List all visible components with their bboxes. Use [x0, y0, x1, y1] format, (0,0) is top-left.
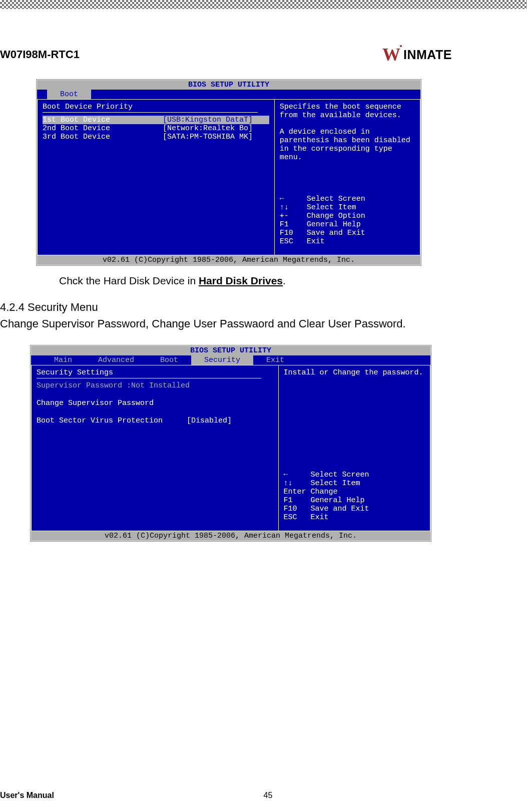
bios-section-title: Security Settings	[37, 368, 273, 377]
bios-left-panel: Security Settings Supervisor Password :N…	[32, 365, 279, 531]
action: Select Screen	[307, 195, 365, 203]
value: [USB:Kingston DataT]	[163, 116, 253, 124]
action: Select Item	[307, 203, 356, 212]
decorative-top-border	[0, 0, 527, 9]
bios-tabs: Main Advanced Boot Security Exit	[31, 355, 430, 365]
value: [Network:Realtek Bo]	[163, 124, 253, 133]
key: ←	[284, 471, 311, 479]
boot-device-row: 3rd Boot Device [SATA:PM-TOSHIBA MK]	[43, 133, 269, 141]
bios-right-panel: Specifies the boot sequence from the ava…	[275, 100, 420, 255]
bios-left-panel: Boot Device Priority 1st Boot Device [US…	[38, 100, 275, 255]
boot-device-row: 1st Boot Device [USB:Kingston DataT]	[43, 116, 269, 124]
key: ↑↓	[284, 479, 311, 488]
page-header: W07I98M-RTC1 W INMATE	[0, 44, 512, 65]
bios-help-keys: ←Select Screen ↑↓Select Item +-Change Op…	[280, 195, 415, 246]
action: Select Screen	[311, 471, 369, 479]
bios-tab-main: Main	[41, 355, 85, 365]
divider	[37, 378, 261, 378]
product-name: W07I98M-RTC1	[0, 48, 80, 61]
page-footer: User's Manual 45	[0, 791, 527, 800]
hard-disk-drives-link: Hard Disk Drives	[199, 275, 283, 286]
label: 3rd Boot Device	[43, 133, 163, 141]
supervisor-password-status: Supervisor Password :Not Installed	[37, 381, 273, 390]
help-desc: Specifies the boot sequence from the ava…	[280, 103, 415, 120]
bios-tabs: Boot	[37, 90, 420, 99]
action: Select Item	[311, 479, 360, 488]
key: ESC	[284, 513, 311, 522]
bios-copyright: v02.61 (C)Copyright 1985-2006, American …	[37, 255, 420, 265]
label: Change Supervisor Password	[37, 399, 154, 408]
boot-device-row: 2nd Boot Device [Network:Realtek Bo]	[43, 124, 269, 133]
divider	[43, 112, 258, 113]
bios-screenshot-boot-priority: BIOS SETUP UTILITY Boot Boot Device Prio…	[36, 79, 421, 266]
logo-icon: W	[382, 44, 403, 65]
bios-copyright: v02.61 (C)Copyright 1985-2006, American …	[31, 531, 430, 541]
text: .	[283, 275, 286, 286]
help-desc2: A device enclosed in parenthesis has bee…	[280, 128, 415, 162]
bios-tab-boot: Boot	[147, 355, 191, 365]
bios-screenshot-security: BIOS SETUP UTILITY Main Advanced Boot Se…	[30, 345, 431, 542]
action: Change Option	[307, 212, 365, 220]
section-body: Change Supervisor Password, Change User …	[0, 316, 512, 332]
footer-page-number: 45	[264, 791, 273, 800]
logo-text: INMATE	[403, 48, 452, 62]
bios-help-keys: ←Select Screen ↑↓Select Item EnterChange…	[284, 471, 425, 522]
action: Exit	[307, 237, 325, 246]
bios-right-panel: Install or Change the password. ←Select …	[279, 365, 430, 531]
help-desc: Install or Change the password.	[284, 368, 425, 377]
key: F10	[280, 229, 307, 237]
change-supervisor-password: Change Supervisor Password	[37, 399, 273, 408]
instruction-text: Chck the Hard Disk Device in Hard Disk D…	[59, 275, 512, 287]
key: F10	[284, 505, 311, 513]
value: [Disabled]	[187, 417, 232, 425]
footer-manual-label: User's Manual	[0, 791, 264, 800]
action: General Help	[307, 220, 361, 229]
action: General Help	[311, 496, 365, 505]
value: Not Installed	[131, 381, 190, 390]
value: [SATA:PM-TOSHIBA MK]	[163, 133, 253, 141]
section-heading: 4.2.4 Security Menu	[0, 301, 512, 314]
key: ←	[280, 195, 307, 203]
bios-title: BIOS SETUP UTILITY	[31, 346, 430, 355]
label: Supervisor Password :	[37, 381, 131, 390]
bios-tab-advanced: Advanced	[85, 355, 147, 365]
bios-tab-security: Security	[191, 355, 253, 365]
bios-tab-exit: Exit	[253, 355, 297, 365]
bios-title: BIOS SETUP UTILITY	[37, 80, 420, 90]
key: ESC	[280, 237, 307, 246]
bios-tab-boot: Boot	[47, 90, 91, 99]
action: Save and Exit	[311, 505, 369, 513]
action: Exit	[311, 513, 329, 522]
brand-logo: W INMATE	[382, 44, 452, 65]
key: +-	[280, 212, 307, 220]
key: F1	[280, 220, 307, 229]
key: F1	[284, 496, 311, 505]
key: Enter	[284, 488, 311, 496]
boot-sector-virus-protection: Boot Sector Virus Protection [Disabled]	[37, 417, 273, 425]
text: Chck the Hard Disk Device in	[59, 275, 199, 286]
label: 2nd Boot Device	[43, 124, 163, 133]
label: 1st Boot Device	[43, 116, 163, 124]
action: Change	[311, 488, 338, 496]
action: Save and Exit	[307, 229, 365, 237]
label: Boot Sector Virus Protection	[37, 417, 187, 425]
bios-section-title: Boot Device Priority	[43, 103, 269, 111]
key: ↑↓	[280, 203, 307, 212]
